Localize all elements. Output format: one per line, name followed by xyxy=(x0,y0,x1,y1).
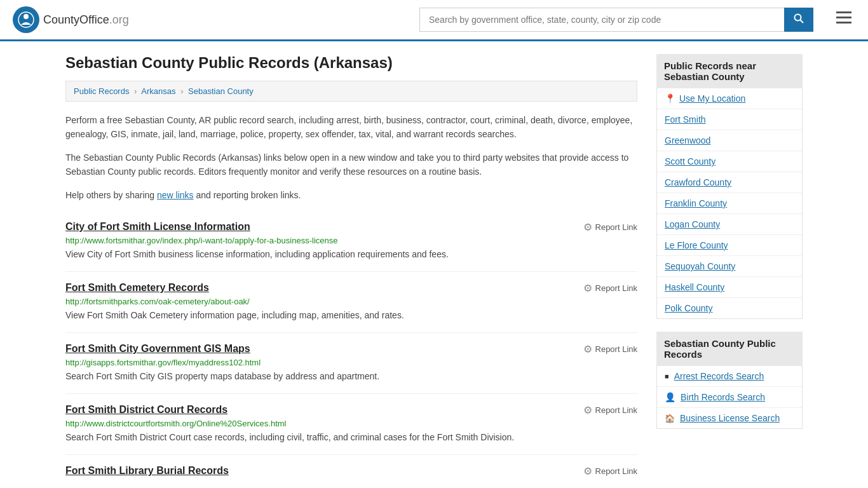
report-link-3[interactable]: ⚙ Report Link xyxy=(583,404,637,416)
sidebar: Public Records near Sebastian County 📍 U… xyxy=(656,54,803,488)
report-icon-0: ⚙ xyxy=(583,221,592,233)
intro-paragraph-1: Perform a free Sebastian County, AR publ… xyxy=(65,113,637,142)
record-item-2: Fort Smith City Government GIS Maps ⚙ Re… xyxy=(65,333,637,394)
birth-records-link[interactable]: Birth Records Search xyxy=(681,392,765,402)
nearby-fort-smith[interactable]: Fort Smith xyxy=(657,109,802,130)
nearby-franklin-county[interactable]: Franklin County xyxy=(657,193,802,214)
report-icon-4: ⚙ xyxy=(583,465,592,477)
nearby-sequoyah-county[interactable]: Sequoyah County xyxy=(657,256,802,277)
record-item-0: City of Fort Smith License Information ⚙… xyxy=(65,211,637,272)
nearby-leflore-county[interactable]: Le Flore County xyxy=(657,235,802,256)
record-desc-1: View Fort Smith Oak Cemetery information… xyxy=(65,309,637,322)
record-title-0[interactable]: City of Fort Smith License Information xyxy=(65,221,250,233)
report-icon-1: ⚙ xyxy=(583,282,592,294)
main-content: Sebastian County Public Records (Arkansa… xyxy=(65,54,637,488)
logan-county-link[interactable]: Logan County xyxy=(665,219,720,229)
business-license-link[interactable]: Business License Search xyxy=(680,413,780,423)
public-records-section: Sebastian County Public Records ■ Arrest… xyxy=(656,332,803,429)
leflore-county-link[interactable]: Le Flore County xyxy=(665,240,728,250)
public-records-list: ■ Arrest Records Search 👤 Birth Records … xyxy=(656,366,803,429)
use-my-location-link[interactable]: Use My Location xyxy=(679,93,745,104)
search-button[interactable] xyxy=(784,8,813,32)
record-title-1[interactable]: Fort Smith Cemetery Records xyxy=(65,282,209,294)
record-title-4[interactable]: Fort Smith Library Burial Records xyxy=(65,465,229,477)
site-header: CountyOffice.org xyxy=(0,0,868,41)
breadcrumb: Public Records › Arkansas › Sebastian Co… xyxy=(65,81,637,102)
svg-rect-6 xyxy=(836,17,851,18)
record-item-4: Fort Smith Library Burial Records ⚙ Repo… xyxy=(65,455,637,488)
arrest-records-item[interactable]: ■ Arrest Records Search xyxy=(657,366,802,387)
svg-line-4 xyxy=(801,20,804,24)
business-license-item[interactable]: 🏠 Business License Search xyxy=(657,408,802,428)
record-desc-0: View City of Fort Smith business license… xyxy=(65,248,637,261)
haskell-county-link[interactable]: Haskell County xyxy=(665,282,724,292)
record-url-0[interactable]: http://www.fortsmithar.gov/index.php/i-w… xyxy=(65,236,637,245)
polk-county-link[interactable]: Polk County xyxy=(665,303,712,313)
search-input[interactable] xyxy=(419,8,784,32)
report-icon-3: ⚙ xyxy=(583,404,592,416)
svg-rect-7 xyxy=(836,22,851,24)
business-icon: 🏠 xyxy=(665,414,675,423)
new-links-link[interactable]: new links xyxy=(157,190,194,200)
search-area xyxy=(419,8,813,32)
nearby-list: 📍 Use My Location Fort Smith Greenwood S… xyxy=(656,88,803,319)
sequoyah-county-link[interactable]: Sequoyah County xyxy=(665,261,735,271)
svg-rect-5 xyxy=(836,11,851,13)
intro-paragraph-2: The Sebastian County Public Records (Ark… xyxy=(65,151,637,179)
report-icon-2: ⚙ xyxy=(583,343,592,355)
nearby-logan-county[interactable]: Logan County xyxy=(657,214,802,235)
record-title-3[interactable]: Fort Smith District Court Records xyxy=(65,404,227,416)
nearby-haskell-county[interactable]: Haskell County xyxy=(657,277,802,298)
page-title: Sebastian County Public Records (Arkansa… xyxy=(65,54,637,72)
nearby-section: Public Records near Sebastian County 📍 U… xyxy=(656,54,803,319)
arrest-records-link[interactable]: Arrest Records Search xyxy=(674,371,764,381)
report-link-4[interactable]: ⚙ Report Link xyxy=(583,465,637,477)
nearby-crawford-county[interactable]: Crawford County xyxy=(657,172,802,193)
record-desc-3: Search Fort Smith District Court case re… xyxy=(65,431,637,444)
use-my-location-item[interactable]: 📍 Use My Location xyxy=(657,88,802,109)
scott-county-link[interactable]: Scott County xyxy=(665,156,715,166)
record-item-3: Fort Smith District Court Records ⚙ Repo… xyxy=(65,394,637,455)
logo-icon xyxy=(13,6,39,33)
arrest-icon: ■ xyxy=(665,372,669,380)
nearby-scott-county[interactable]: Scott County xyxy=(657,151,802,172)
record-url-1[interactable]: http://fortsmithparks.com/oak-cemetery/a… xyxy=(65,297,637,306)
record-url-3[interactable]: http://www.districtcourtfortsmith.org/On… xyxy=(65,419,637,428)
breadcrumb-sebastian-county[interactable]: Sebastian County xyxy=(188,86,254,96)
breadcrumb-public-records[interactable]: Public Records xyxy=(74,86,129,96)
greenwood-link[interactable]: Greenwood xyxy=(665,135,710,146)
franklin-county-link[interactable]: Franklin County xyxy=(665,198,727,208)
fort-smith-link[interactable]: Fort Smith xyxy=(665,114,706,125)
record-item-1: Fort Smith Cemetery Records ⚙ Report Lin… xyxy=(65,272,637,333)
svg-point-1 xyxy=(24,14,29,19)
site-logo[interactable]: CountyOffice.org xyxy=(13,6,129,33)
main-container: Sebastian County Public Records (Arkansa… xyxy=(53,41,815,488)
record-desc-2: Search Fort Smith City GIS property maps… xyxy=(65,370,637,383)
breadcrumb-arkansas[interactable]: Arkansas xyxy=(141,86,175,96)
crawford-county-link[interactable]: Crawford County xyxy=(665,177,731,187)
svg-point-0 xyxy=(18,11,34,28)
location-pin-icon: 📍 xyxy=(665,93,675,104)
intro-paragraph-3: Help others by sharing new links and rep… xyxy=(65,188,637,202)
birth-icon: 👤 xyxy=(665,392,675,402)
svg-point-3 xyxy=(795,15,801,21)
nearby-greenwood[interactable]: Greenwood xyxy=(657,130,802,151)
report-link-0[interactable]: ⚙ Report Link xyxy=(583,221,637,233)
logo-text: CountyOffice.org xyxy=(43,13,129,27)
nearby-polk-county[interactable]: Polk County xyxy=(657,298,802,318)
public-records-header: Sebastian County Public Records xyxy=(656,332,803,366)
birth-records-item[interactable]: 👤 Birth Records Search xyxy=(657,387,802,408)
record-url-2[interactable]: http://gisapps.fortsmithar.gov/flex/myad… xyxy=(65,358,637,367)
report-link-2[interactable]: ⚙ Report Link xyxy=(583,343,637,355)
record-title-2[interactable]: Fort Smith City Government GIS Maps xyxy=(65,343,250,355)
nearby-header: Public Records near Sebastian County xyxy=(656,54,803,88)
hamburger-menu-button[interactable] xyxy=(832,8,855,32)
report-link-1[interactable]: ⚙ Report Link xyxy=(583,282,637,294)
